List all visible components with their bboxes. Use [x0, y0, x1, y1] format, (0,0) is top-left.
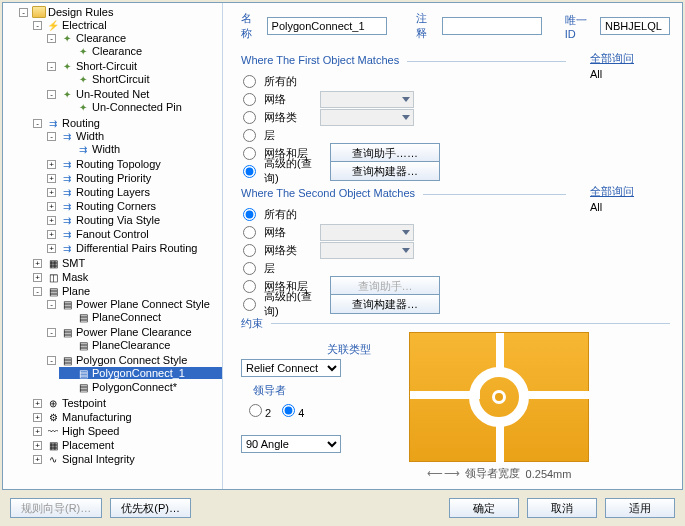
tree-short-group[interactable]: -✦Short-Circuit [45, 60, 222, 72]
conductors-4-option[interactable]: 4 [282, 407, 304, 419]
collapse-icon[interactable]: - [47, 34, 56, 43]
collapse-icon[interactable]: - [47, 132, 56, 141]
match2-builder-button[interactable]: 查询构建器… [330, 294, 440, 314]
tree-routing-layers[interactable]: +⇉Routing Layers [45, 186, 222, 198]
expand-icon[interactable]: + [33, 441, 42, 450]
expand-icon[interactable]: + [33, 413, 42, 422]
expand-icon[interactable]: + [47, 216, 56, 225]
tree-routing-priority[interactable]: +⇉Routing Priority [45, 172, 222, 184]
tree-electrical[interactable]: -⚡Electrical [31, 19, 222, 31]
tree-si[interactable]: +∿Signal Integrity [31, 453, 222, 465]
match1-netclass-dropdown[interactable] [320, 109, 414, 126]
tree-width-group[interactable]: -⇉Width [45, 130, 222, 142]
tree-root[interactable]: -Design Rules [17, 6, 222, 18]
expand-icon[interactable]: + [47, 160, 56, 169]
cancel-button[interactable]: 取消 [527, 498, 597, 518]
conductors-2-option[interactable]: 2 [249, 407, 271, 419]
expand-icon[interactable]: + [33, 259, 42, 268]
tree-fanout[interactable]: +⇉Fanout Control [45, 228, 222, 240]
expand-icon[interactable]: + [47, 244, 56, 253]
tree-mask[interactable]: +◫Mask [31, 271, 222, 283]
uid-input[interactable] [600, 17, 670, 35]
tree-mfg[interactable]: +⚙Manufacturing [31, 411, 222, 423]
tree-short[interactable]: ✦ShortCircuit [59, 73, 222, 85]
match1-legend: Where The First Object Matches [241, 54, 407, 66]
tree-routing[interactable]: -⇉Routing [31, 117, 222, 129]
expand-icon[interactable]: + [33, 399, 42, 408]
match2-adv-radio[interactable] [243, 298, 256, 311]
expand-icon[interactable]: + [47, 202, 56, 211]
tree-clearance[interactable]: ✦Clearance [59, 45, 222, 57]
tree-routing-corners[interactable]: +⇉Routing Corners [45, 200, 222, 212]
tree-testpoint[interactable]: +⊕Testpoint [31, 397, 222, 409]
match2-net-dropdown[interactable] [320, 224, 414, 241]
match2-netclass-radio[interactable] [243, 244, 256, 257]
connect-style-select[interactable]: Relief Connect [241, 359, 341, 377]
match1-net-radio[interactable] [243, 93, 256, 106]
match1-all-radio[interactable] [243, 75, 256, 88]
match1-net-dropdown[interactable] [320, 91, 414, 108]
priorities-button[interactable]: 优先权(P)… [110, 498, 191, 518]
rule-wizard-button[interactable]: 规则向导(R)… [10, 498, 102, 518]
match1-netlayer-radio[interactable] [243, 147, 256, 160]
tree-polycs1[interactable]: ▤PolygonConnect_1 [59, 367, 222, 379]
tree-plane[interactable]: -▤Plane [31, 285, 222, 297]
collapse-icon[interactable]: - [33, 287, 42, 296]
rules-tree[interactable]: -Design Rules -⚡Electrical -✦Clearance ✦… [3, 3, 223, 489]
tree-ppcs-group[interactable]: -▤Power Plane Connect Style [45, 298, 222, 310]
tree-diffpair[interactable]: +⇉Differential Pairs Routing [45, 242, 222, 254]
collapse-icon[interactable]: - [33, 21, 42, 30]
ok-button[interactable]: 确定 [449, 498, 519, 518]
tree-placement[interactable]: +▦Placement [31, 439, 222, 451]
collapse-icon[interactable]: - [19, 8, 28, 17]
match1-netclass-label: 网络类 [264, 110, 314, 125]
collapse-icon[interactable]: - [47, 356, 56, 365]
tree-width[interactable]: ⇉Width [59, 143, 222, 155]
tree-highspeed[interactable]: +〰High Speed [31, 425, 222, 437]
collapse-icon[interactable]: - [47, 300, 56, 309]
tree-routing-topology[interactable]: +⇉Routing Topology [45, 158, 222, 170]
tree-smt[interactable]: +▦SMT [31, 257, 222, 269]
match2-net-radio[interactable] [243, 226, 256, 239]
match2-netlayer-radio[interactable] [243, 280, 256, 293]
collapse-icon[interactable]: - [47, 328, 56, 337]
expand-icon[interactable]: + [33, 455, 42, 464]
expand-icon[interactable]: + [33, 427, 42, 436]
conductors-2-radio[interactable] [249, 404, 262, 417]
expand-icon[interactable]: + [33, 273, 42, 282]
tree-unrouted-group[interactable]: -✦Un-Routed Net [45, 88, 222, 100]
match1-query-value: All [590, 68, 670, 80]
conductors-4-radio[interactable] [282, 404, 295, 417]
match2-layer-radio[interactable] [243, 262, 256, 275]
collapse-icon[interactable]: - [47, 90, 56, 99]
collapse-icon[interactable]: - [47, 62, 56, 71]
plane-icon: ▤ [46, 285, 60, 297]
comment-input[interactable] [442, 17, 542, 35]
match2-helper-button[interactable]: 查询助手… [330, 276, 440, 296]
match1-helper-button[interactable]: 查询助手…… [330, 143, 440, 163]
match1-netclass-radio[interactable] [243, 111, 256, 124]
tree-ppc-group[interactable]: -▤Power Plane Clearance [45, 326, 222, 338]
tree-routing-via[interactable]: +⇉Routing Via Style [45, 214, 222, 226]
tree-polycs-group[interactable]: -▤Polygon Connect Style [45, 354, 222, 366]
expand-icon[interactable]: + [47, 174, 56, 183]
expand-icon[interactable]: + [47, 188, 56, 197]
name-label: 名称 [241, 11, 261, 41]
tree-unconnected[interactable]: ✦Un-Connected Pin [59, 101, 222, 113]
tree-clearance-group[interactable]: -✦Clearance [45, 32, 222, 44]
match1-layer-radio[interactable] [243, 129, 256, 142]
angle-select[interactable]: 90 Angle [241, 435, 341, 453]
expand-icon[interactable]: + [47, 230, 56, 239]
collapse-icon[interactable]: - [33, 119, 42, 128]
name-input[interactable] [267, 17, 387, 35]
match2-legend: Where The Second Object Matches [241, 187, 423, 199]
rule-icon: ⇉ [60, 158, 74, 170]
tree-ppc[interactable]: ▤PlaneClearance [59, 339, 222, 351]
match1-builder-button[interactable]: 查询构建器… [330, 161, 440, 181]
tree-polycs2[interactable]: ▤PolygonConnect* [59, 381, 222, 393]
match1-adv-radio[interactable] [243, 165, 256, 178]
match2-netclass-dropdown[interactable] [320, 242, 414, 259]
tree-ppcs[interactable]: ▤PlaneConnect [59, 311, 222, 323]
apply-button[interactable]: 适用 [605, 498, 675, 518]
match2-all-radio[interactable] [243, 208, 256, 221]
